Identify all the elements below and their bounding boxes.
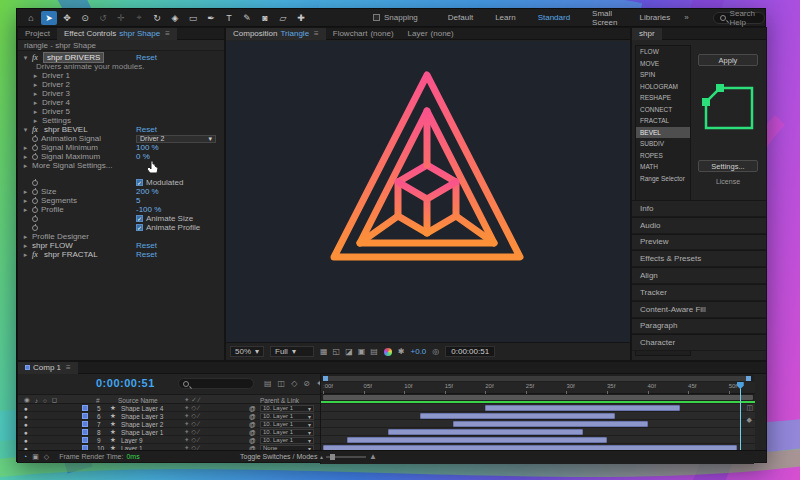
checkbox[interactable]: ✓ <box>136 224 143 231</box>
checkbox[interactable]: ✓ <box>136 215 143 222</box>
pan-behind-tool-icon[interactable]: ◈ <box>167 11 183 25</box>
zoom-slider-thumb[interactable] <box>330 454 335 460</box>
effect-group-header[interactable]: ▾fxshpr BEVELReset <box>18 125 219 134</box>
preview-timecode[interactable]: 0:00:00:51 <box>445 346 495 357</box>
layer-color-swatch[interactable] <box>82 412 88 420</box>
panel-menu-icon[interactable]: ≡ <box>66 363 71 372</box>
twirl-icon[interactable]: ▸ <box>32 81 39 89</box>
layer-duration-bar[interactable] <box>485 405 680 411</box>
puppet-pin-tool-icon[interactable]: ✚ <box>293 11 309 25</box>
workspace-default[interactable]: Default <box>448 13 473 22</box>
panel-content-aware-fill[interactable]: Content-Aware Fill <box>632 301 766 318</box>
layer-name[interactable]: Layer 9 <box>121 436 143 444</box>
twirl-icon[interactable]: ▸ <box>22 197 29 205</box>
module-math[interactable]: MATH <box>636 161 690 173</box>
toggle-switches-button[interactable]: Toggle Switches / Modes <box>240 453 317 460</box>
tab-effect-controls[interactable]: Effect Controls shpr Shape ≡ <box>57 28 177 40</box>
stopwatch-icon[interactable] <box>32 225 38 231</box>
effect-subgroup[interactable]: ▸Driver 3 <box>18 89 219 98</box>
layer-switches[interactable]: ✦ ◇ ∕ <box>184 404 199 412</box>
timeline-zoom-control[interactable]: ▴ ▲ <box>320 452 377 461</box>
layer-color-swatch[interactable] <box>82 428 88 436</box>
layer-color-swatch[interactable] <box>82 436 88 444</box>
pickwhip-icon[interactable]: @ <box>249 404 256 412</box>
shy-layers-icon[interactable]: ◇ <box>291 379 297 388</box>
module-flow[interactable]: FLOW <box>636 46 690 58</box>
stopwatch-icon[interactable] <box>32 216 38 222</box>
panel-tracker[interactable]: Tracker <box>632 284 766 301</box>
graph-editor-icon[interactable]: ▣ <box>32 453 39 461</box>
layer-name[interactable]: Shape Layer 2 <box>121 420 163 428</box>
license-link[interactable]: License <box>698 178 758 185</box>
workspace-small-screen[interactable]: Small Screen <box>592 9 617 27</box>
time-ruler[interactable]: :00f05f10f15f20f25f30f35f40f45f50f <box>321 382 755 394</box>
timeline-search[interactable] <box>178 378 254 389</box>
pan-camera-tool-icon[interactable]: ✛ <box>113 11 129 25</box>
effect-subgroup[interactable]: ▸Driver 2 <box>18 80 219 89</box>
zoom-in-mountain-icon[interactable]: ▲ <box>369 452 377 461</box>
effect-group-header[interactable]: ▾fxshpr DRIVERSReset <box>18 53 219 62</box>
channel-color-icon[interactable] <box>384 348 392 356</box>
layer-row[interactable]: ●6★Shape Layer 3✦ ◇ ∕@10. Layer 1▾ <box>18 412 320 420</box>
twirl-icon[interactable]: ▸ <box>22 153 29 161</box>
layer-color-swatch[interactable] <box>82 420 88 428</box>
tab-project[interactable]: Project <box>18 28 57 40</box>
zoom-slider[interactable] <box>326 456 366 458</box>
selection-tool-icon[interactable]: ➤ <box>41 11 57 25</box>
layer-name[interactable]: Shape Layer 1 <box>121 428 163 436</box>
snapping-control[interactable]: Snapping <box>373 13 418 22</box>
composition-viewport[interactable] <box>226 41 630 342</box>
tab-layer[interactable]: Layer(none) <box>401 28 461 40</box>
pickwhip-icon[interactable]: @ <box>249 436 256 444</box>
current-timecode[interactable]: 0:00:00:51 <box>96 377 155 389</box>
pickwhip-icon[interactable]: @ <box>249 412 256 420</box>
live-update-icon[interactable]: ◔ <box>23 453 27 460</box>
eye-icon[interactable]: ● <box>24 436 28 444</box>
type-tool-icon[interactable]: T <box>221 11 237 25</box>
rotation-tool-icon[interactable]: ↻ <box>149 11 165 25</box>
layer-duration-bar[interactable] <box>347 437 607 443</box>
effect-subgroup[interactable]: ▸Driver 4 <box>18 98 219 107</box>
draft-3d-icon[interactable]: ◫ <box>278 379 286 388</box>
eye-icon[interactable]: ● <box>24 404 28 412</box>
playhead-line[interactable] <box>740 388 741 452</box>
reset-link[interactable]: Reset <box>136 125 157 134</box>
tab-flowchart[interactable]: Flowchart(none) <box>326 28 401 40</box>
guides-icon[interactable]: ▣ <box>358 347 366 356</box>
stopwatch-icon[interactable] <box>32 136 38 142</box>
mask-visibility-icon[interactable]: ◪ <box>345 347 353 356</box>
layer-switches[interactable]: ✦ ◇ ∕ <box>184 412 199 420</box>
parent-box[interactable]: 10. Layer 1▾ <box>260 413 314 420</box>
panel-preview[interactable]: Preview <box>632 234 766 251</box>
region-of-interest-icon[interactable]: ◱ <box>333 347 341 356</box>
dolly-camera-tool-icon[interactable]: ⌖ <box>131 11 147 25</box>
twirl-icon[interactable]: ▸ <box>32 117 39 125</box>
composition-mini-flowchart-icon[interactable]: ▤ <box>264 379 272 388</box>
layer-switches[interactable]: ✦ ◇ ∕ <box>184 420 199 428</box>
effect-name[interactable]: shpr DRIVERS <box>44 53 103 62</box>
magnification-dropdown[interactable]: 50%▾ <box>230 346 264 357</box>
parent-dropdown[interactable]: 10. Layer 1▾ <box>260 404 314 412</box>
parent-box[interactable]: 10. Layer 1▾ <box>260 405 314 412</box>
property-value[interactable]: -100 % <box>136 205 161 214</box>
twirl-icon[interactable]: ▸ <box>22 242 29 250</box>
effect-name[interactable]: shpr FLOW <box>32 241 73 250</box>
work-area-bar[interactable] <box>323 395 753 400</box>
bevel-handle[interactable] <box>716 84 724 92</box>
timeline-nav-bar[interactable] <box>323 376 751 381</box>
parent-dropdown[interactable]: 10. Layer 1▾ <box>260 412 314 420</box>
exposure-value[interactable]: +0.0 <box>411 347 427 356</box>
twirl-icon[interactable]: ▾ <box>22 54 29 62</box>
home-icon[interactable]: ⌂ <box>23 11 39 25</box>
pickwhip-icon[interactable]: @ <box>249 420 256 428</box>
eye-icon[interactable]: ● <box>24 412 28 420</box>
pickwhip-icon[interactable]: @ <box>249 428 256 436</box>
eye-icon[interactable]: ● <box>24 428 28 436</box>
module-range-selector[interactable]: Range Selector <box>636 173 690 185</box>
module-connect[interactable]: CONNECT <box>636 104 690 116</box>
reset-link[interactable]: Reset <box>136 241 157 250</box>
twirl-icon[interactable]: ▸ <box>32 108 39 116</box>
parent-dropdown[interactable]: 10. Layer 1▾ <box>260 420 314 428</box>
parent-box[interactable]: 10. Layer 1▾ <box>260 429 314 436</box>
comp-marker-icon[interactable]: ◫ <box>746 404 753 412</box>
